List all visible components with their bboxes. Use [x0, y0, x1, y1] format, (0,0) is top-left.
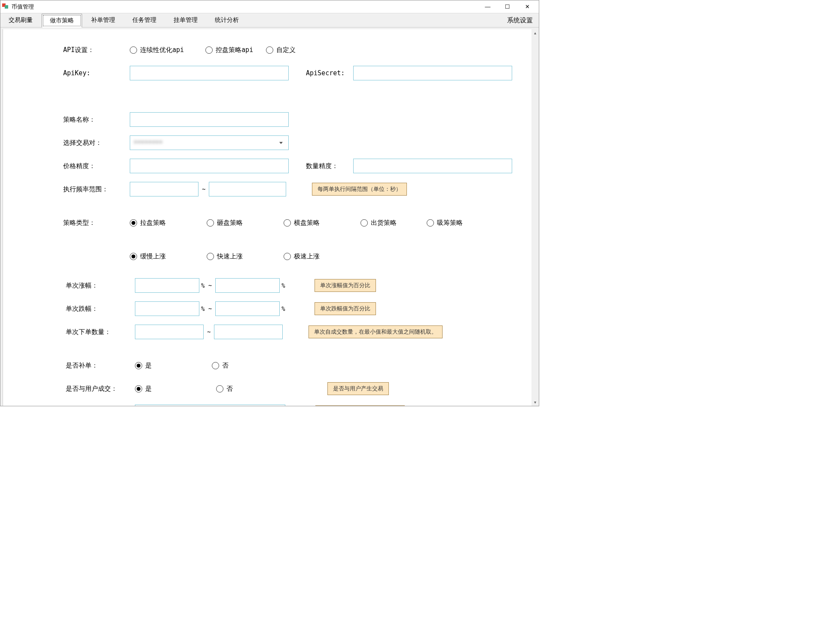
radio-extreme-rise[interactable]: 极速上涨: [284, 252, 320, 261]
form-content: API设置： 连续性优化api 控盘策略api 自定义 ApiKey: ApiS…: [3, 29, 531, 406]
apisecret-input[interactable]: [353, 66, 512, 80]
tilde-separator: ~: [207, 328, 211, 335]
chevron-down-icon: [277, 136, 285, 150]
window-controls: — ☐ ✕: [478, 1, 537, 13]
scroll-down-icon[interactable]: ▾: [531, 399, 539, 406]
radio-api-control[interactable]: 控盘策略api: [205, 46, 253, 54]
pair-select[interactable]: ********: [130, 135, 289, 150]
freq-min-input[interactable]: [130, 182, 199, 196]
radio-usertrade-yes[interactable]: 是: [135, 385, 152, 393]
minimize-button[interactable]: —: [478, 1, 498, 13]
close-button[interactable]: ✕: [517, 1, 537, 13]
freq-label: 执行频率范围：: [63, 185, 130, 193]
window-title: 币值管理: [12, 3, 478, 11]
freq-max-input[interactable]: [209, 182, 286, 196]
scroll-up-icon[interactable]: ▴: [531, 29, 539, 37]
rise-max-input[interactable]: [215, 278, 280, 293]
strategy-name-label: 策略名称：: [63, 116, 130, 124]
scroll-thumb[interactable]: [531, 37, 539, 399]
tab-pending-mgmt[interactable]: 挂单管理: [165, 13, 206, 27]
user-trade-hint: 是否与用户产生交易: [327, 382, 389, 395]
order-qty-max-input[interactable]: [214, 325, 283, 339]
price-precision-input[interactable]: [130, 159, 289, 173]
pct-label: %: [281, 282, 285, 289]
pair-value: ********: [134, 139, 277, 146]
radio-usertrade-no[interactable]: 否: [216, 385, 233, 393]
radio-refill-no[interactable]: 否: [212, 362, 229, 370]
system-settings-link[interactable]: 系统设置: [507, 16, 533, 25]
rise-hint: 单次涨幅值为百分比: [315, 279, 376, 292]
buy-limit-hint: 与用户产生交易的买单最大上限: [315, 405, 405, 406]
radio-refill-yes[interactable]: 是: [135, 362, 152, 370]
rise-min-input[interactable]: [135, 278, 199, 293]
tab-market-making[interactable]: 做市策略: [42, 14, 82, 28]
apisecret-label: ApiSecret:: [306, 69, 353, 77]
app-icon: [2, 3, 9, 10]
fall-min-input[interactable]: [135, 301, 199, 316]
api-setting-label: API设置：: [63, 46, 130, 54]
app-window: 币值管理 — ☐ ✕ 交易刷量 做市策略 补单管理 任务管理 挂单管理 统计分析…: [0, 0, 539, 406]
radio-fast-rise[interactable]: 快速上涨: [207, 252, 243, 261]
pct-label: %: [281, 305, 285, 312]
fall-hint: 单次跌幅值为百分比: [315, 302, 376, 315]
refill-label: 是否补单：: [63, 362, 130, 370]
buy-limit-input[interactable]: [135, 405, 285, 406]
qty-precision-label: 数量精度：: [306, 162, 353, 170]
maximize-button[interactable]: ☐: [498, 1, 517, 13]
strategy-type-label: 策略类型：: [63, 219, 130, 227]
radio-slow-rise[interactable]: 缓慢上涨: [130, 252, 166, 261]
tab-trade-volume[interactable]: 交易刷量: [0, 13, 41, 27]
order-qty-label: 单次下单数量：: [63, 328, 130, 336]
titlebar: 币值管理 — ☐ ✕: [0, 0, 539, 13]
apikey-input[interactable]: [130, 66, 289, 80]
strategy-name-input[interactable]: [130, 112, 289, 127]
fall-max-input[interactable]: [215, 301, 280, 316]
vertical-scrollbar[interactable]: ▴ ▾: [531, 29, 539, 406]
pair-label: 选择交易对：: [63, 139, 130, 147]
order-qty-min-input[interactable]: [135, 325, 204, 339]
pct-sep: % ~: [201, 282, 212, 289]
radio-absorb[interactable]: 吸筹策略: [427, 219, 463, 227]
price-precision-label: 价格精度：: [63, 162, 130, 170]
radio-ship[interactable]: 出货策略: [360, 219, 397, 227]
user-trade-label: 是否与用户成交：: [63, 385, 135, 393]
radio-pull[interactable]: 拉盘策略: [130, 219, 166, 227]
fall-label: 单次跌幅：: [63, 305, 130, 313]
tab-bar: 交易刷量 做市策略 补单管理 任务管理 挂单管理 统计分析 系统设置: [0, 13, 539, 28]
tilde-separator: ~: [202, 186, 205, 193]
qty-precision-input[interactable]: [353, 159, 512, 173]
order-qty-hint: 单次自成交数量，在最小值和最大值之间随机取。: [309, 325, 443, 338]
tab-stats[interactable]: 统计分析: [207, 13, 247, 27]
radio-sideways[interactable]: 横盘策略: [284, 219, 320, 227]
radio-api-continuous[interactable]: 连续性优化api: [130, 46, 184, 54]
freq-hint: 每两单执行间隔范围（单位：秒）: [312, 183, 407, 196]
pct-sep: % ~: [201, 305, 212, 312]
rise-label: 单次涨幅：: [63, 282, 130, 290]
tab-task-mgmt[interactable]: 任务管理: [124, 13, 165, 27]
apikey-label: ApiKey:: [63, 69, 130, 77]
radio-api-custom[interactable]: 自定义: [266, 46, 296, 54]
tab-refill-mgmt[interactable]: 补单管理: [83, 13, 123, 27]
radio-smash[interactable]: 砸盘策略: [207, 219, 243, 227]
